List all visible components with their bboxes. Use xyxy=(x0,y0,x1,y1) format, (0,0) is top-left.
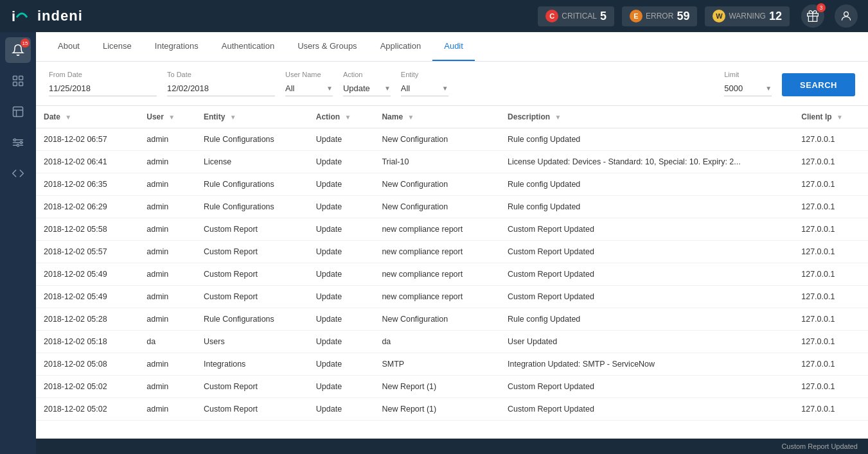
cell-client-ip: 127.0.0.1 xyxy=(793,128,868,151)
tab-integrations[interactable]: Integrations xyxy=(143,32,210,61)
tab-users-groups[interactable]: Users & Groups xyxy=(286,32,368,61)
table-row[interactable]: 2018-12-02 06:57 admin Rule Configuratio… xyxy=(36,128,868,151)
tab-authentication[interactable]: Authentication xyxy=(210,32,286,61)
cell-entity: Custom Report xyxy=(196,376,308,398)
tab-audit[interactable]: Audit xyxy=(432,32,475,61)
from-date-input[interactable] xyxy=(49,81,157,96)
col-client-ip[interactable]: Client Ip ▼ xyxy=(793,106,868,128)
cell-name: new compliance report xyxy=(374,286,500,308)
warning-icon: W xyxy=(713,10,725,22)
navbar: i indeni C CRITICAL 5 E ERROR 59 W WARNI… xyxy=(0,0,868,32)
logo-icon: i xyxy=(10,4,33,28)
cell-entity: Custom Report xyxy=(196,241,308,263)
logo[interactable]: i indeni xyxy=(10,4,83,28)
cell-description: Custom Report Updated xyxy=(500,286,793,308)
cell-description: Rule config Updated xyxy=(500,173,793,196)
gift-button[interactable]: 3 xyxy=(801,4,824,28)
tab-bar: About License Integrations Authenticatio… xyxy=(36,32,868,62)
col-name[interactable]: Name ▼ xyxy=(374,106,500,128)
entity-label: Entity xyxy=(401,71,448,78)
col-date[interactable]: Date ▼ xyxy=(36,106,139,128)
cell-entity: Rule Configurations xyxy=(196,308,308,331)
cell-action: Update xyxy=(308,218,375,241)
gift-badge: 3 xyxy=(817,3,826,12)
table-row[interactable]: 2018-12-02 06:41 admin License Update Tr… xyxy=(36,151,868,173)
filters-bar: From Date To Date User Name All ▼ Action xyxy=(36,62,868,106)
cell-client-ip: 127.0.0.1 xyxy=(793,376,868,398)
critical-icon: C xyxy=(545,10,558,22)
sidebar-item-code[interactable] xyxy=(5,161,31,186)
search-button[interactable]: SEARCH xyxy=(782,73,855,96)
table-row[interactable]: 2018-12-02 05:57 admin Custom Report Upd… xyxy=(36,241,868,263)
cell-entity: Custom Report xyxy=(196,263,308,286)
cell-date: 2018-12-02 05:02 xyxy=(36,398,139,421)
svg-text:i: i xyxy=(12,8,15,24)
col-user[interactable]: User ▼ xyxy=(139,106,196,128)
cell-client-ip: 127.0.0.1 xyxy=(793,196,868,218)
table-row[interactable]: 2018-12-02 05:08 admin Integrations Upda… xyxy=(36,353,868,376)
sidebar-item-dashboard[interactable] xyxy=(5,68,31,94)
cell-date: 2018-12-02 06:29 xyxy=(36,196,139,218)
sidebar-item-inventory[interactable] xyxy=(5,99,31,125)
table-row[interactable]: 2018-12-02 05:58 admin Custom Report Upd… xyxy=(36,218,868,241)
user-name-label: User Name xyxy=(285,71,333,78)
table-row[interactable]: 2018-12-02 05:02 admin Custom Report Upd… xyxy=(36,398,868,421)
table-row[interactable]: 2018-12-02 05:49 admin Custom Report Upd… xyxy=(36,263,868,286)
name-sort-icon: ▼ xyxy=(407,114,414,121)
table-header-row: Date ▼ User ▼ Entity ▼ Action ▼ Name ▼ D… xyxy=(36,106,868,128)
cell-entity: License xyxy=(196,151,308,173)
cell-user: admin xyxy=(139,128,196,151)
cell-user: admin xyxy=(139,218,196,241)
cell-client-ip: 127.0.0.1 xyxy=(793,218,868,241)
cell-date: 2018-12-02 05:28 xyxy=(36,308,139,331)
critical-count: 5 xyxy=(600,10,607,23)
date-sort-icon: ▼ xyxy=(65,114,71,121)
status-bar: Custom Report Updated xyxy=(36,439,868,454)
limit-label: Limit xyxy=(724,71,772,78)
cell-description: Custom Report Updated xyxy=(500,241,793,263)
col-entity[interactable]: Entity ▼ xyxy=(196,106,308,128)
tab-application[interactable]: Application xyxy=(369,32,433,61)
cell-name: New Configuration xyxy=(374,308,500,331)
tab-license[interactable]: License xyxy=(91,32,143,61)
table-row[interactable]: 2018-12-02 05:28 admin Rule Configuratio… xyxy=(36,308,868,331)
cell-name: Trial-10 xyxy=(374,151,500,173)
svg-point-2 xyxy=(844,12,849,16)
cell-user: admin xyxy=(139,353,196,376)
cell-date: 2018-12-02 05:57 xyxy=(36,241,139,263)
cell-name: da xyxy=(374,331,500,353)
warning-count: 12 xyxy=(769,10,782,23)
cell-action: Update xyxy=(308,376,375,398)
table-row[interactable]: 2018-12-02 05:02 admin Custom Report Upd… xyxy=(36,376,868,398)
cell-action: Update xyxy=(308,353,375,376)
logo-text: indeni xyxy=(37,8,83,24)
tab-about[interactable]: About xyxy=(46,32,91,61)
critical-alert-badge[interactable]: C CRITICAL 5 xyxy=(538,6,614,26)
col-action[interactable]: Action ▼ xyxy=(308,106,375,128)
error-alert-badge[interactable]: E ERROR 59 xyxy=(622,6,697,26)
error-label: ERROR xyxy=(646,12,673,21)
table-row[interactable]: 2018-12-02 05:49 admin Custom Report Upd… xyxy=(36,286,868,308)
cell-description: Custom Report Updated xyxy=(500,398,793,421)
cell-action: Update xyxy=(308,263,375,286)
col-description[interactable]: Description ▼ xyxy=(500,106,793,128)
limit-select[interactable]: 5000 1000 100 xyxy=(724,83,775,93)
table-row[interactable]: 2018-12-02 06:35 admin Rule Configuratio… xyxy=(36,173,868,196)
sidebar-item-filters[interactable] xyxy=(5,130,31,155)
cell-date: 2018-12-02 05:02 xyxy=(36,376,139,398)
action-select[interactable]: Update Create Delete xyxy=(343,83,394,93)
sidebar-item-notifications[interactable]: 15 xyxy=(5,37,31,63)
cell-name: SMTP xyxy=(374,353,500,376)
to-date-input[interactable] xyxy=(167,81,275,96)
user-name-select[interactable]: All xyxy=(285,83,337,93)
cell-entity: Integrations xyxy=(196,353,308,376)
cell-name: New Report (1) xyxy=(374,376,500,398)
cell-date: 2018-12-02 06:35 xyxy=(36,173,139,196)
table-row[interactable]: 2018-12-02 06:29 admin Rule Configuratio… xyxy=(36,196,868,218)
entity-select[interactable]: All xyxy=(401,83,452,93)
warning-alert-badge[interactable]: W WARNING 12 xyxy=(705,6,790,26)
user-menu-button[interactable] xyxy=(835,4,858,28)
action-select-wrapper: Update Create Delete ▼ xyxy=(343,81,391,96)
cell-description: Rule config Updated xyxy=(500,196,793,218)
table-row[interactable]: 2018-12-02 05:18 da Users Update da User… xyxy=(36,331,868,353)
